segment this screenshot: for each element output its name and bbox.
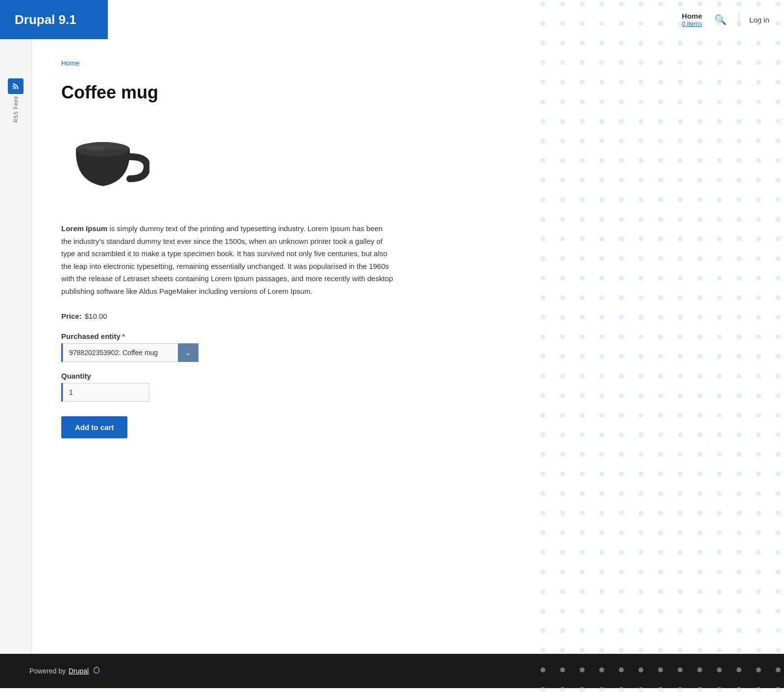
- product-title: Coffee mug: [61, 82, 443, 103]
- search-button[interactable]: 🔍: [712, 11, 729, 28]
- required-star: *: [122, 332, 125, 340]
- powered-by-text: Powered by: [29, 667, 66, 675]
- header-nav: Home 0 items 🔍 Log in: [108, 0, 784, 39]
- purchased-entity-label: Purchased entity *: [61, 332, 443, 340]
- brand-logo: Drupal 9.1: [0, 0, 108, 39]
- add-to-cart-button[interactable]: Add to cart: [61, 416, 127, 438]
- price-value: $10.00: [85, 312, 107, 320]
- login-link[interactable]: Log in: [749, 16, 769, 24]
- product-image-container: [61, 118, 443, 208]
- description-text: is simply dummy text of the printing and…: [61, 224, 393, 295]
- price-label: Price:: [61, 312, 82, 320]
- quantity-label: Quantity: [61, 372, 443, 380]
- drupal-icon: [92, 666, 101, 676]
- purchased-entity-input[interactable]: [63, 343, 178, 362]
- search-icon: 🔍: [714, 14, 727, 25]
- price-row: Price: $10.00: [61, 312, 443, 320]
- product-image: [61, 118, 149, 206]
- main-content: Home Coffee mug Lorem Ipsum is simply du…: [32, 39, 473, 654]
- brand-name: Drupal 9.1: [15, 12, 76, 27]
- quantity-field: Quantity: [61, 372, 443, 402]
- rss-label: RSS Feed: [13, 96, 19, 122]
- nav-cart-count[interactable]: 0 items: [682, 20, 702, 27]
- rss-feed-link[interactable]: RSS Feed: [8, 78, 24, 122]
- header: Drupal 9.1 Home 0 items 🔍 Log in: [0, 0, 784, 39]
- product-description: Lorem Ipsum is simply dummy text of the …: [61, 222, 394, 297]
- breadcrumb: Home: [61, 59, 443, 68]
- svg-point-4: [86, 145, 105, 151]
- sidebar: RSS Feed: [0, 39, 32, 654]
- nav-divider: [739, 12, 739, 27]
- purchased-entity-field: Purchased entity * ⌄: [61, 332, 443, 362]
- rss-icon: [8, 78, 24, 94]
- layout: RSS Feed Home Coffee mug Lorem Ipsu: [0, 39, 784, 654]
- nav-home-wrapper: Home 0 items: [682, 12, 702, 27]
- nav-home-link[interactable]: Home: [682, 12, 702, 20]
- description-bold: Lorem Ipsum: [61, 224, 107, 233]
- quantity-input[interactable]: [63, 383, 149, 402]
- footer: Powered by Drupal: [0, 654, 784, 688]
- purchased-entity-select-wrapper: ⌄: [61, 343, 198, 362]
- quantity-input-wrapper: [61, 383, 149, 402]
- chevron-down-icon: ⌄: [185, 349, 191, 357]
- drupal-link[interactable]: Drupal: [69, 667, 89, 675]
- purchased-entity-dropdown-btn[interactable]: ⌄: [178, 343, 198, 362]
- breadcrumb-home[interactable]: Home: [61, 59, 79, 67]
